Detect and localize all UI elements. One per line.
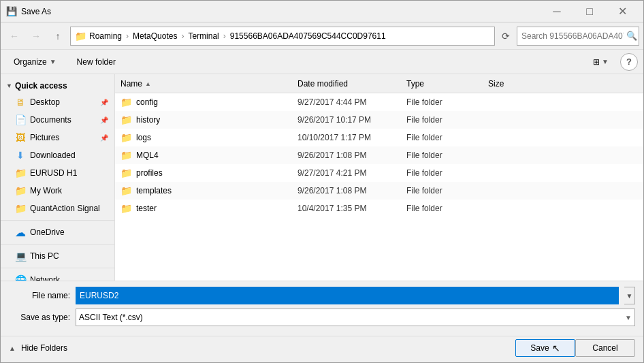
table-row[interactable]: 📁 templates 9/26/2017 1:08 PM File folde… — [115, 182, 643, 200]
column-type[interactable]: Type — [401, 79, 483, 89]
filename-input[interactable] — [76, 287, 619, 304]
forward-button[interactable]: → — [27, 27, 46, 46]
sidebar-item-thispc[interactable]: 💻 This PC — [1, 247, 114, 265]
thispc-icon: 💻 — [15, 251, 26, 262]
address-toolbar: ← → ↑ 📁 Roaming › MetaQuotes › Terminal … — [1, 22, 643, 50]
folder-icon: 📁 — [120, 185, 132, 196]
network-icon: 🌐 — [15, 274, 26, 281]
sidebar-item-downloaded[interactable]: ⬇ Downloaded — [1, 146, 114, 164]
save-as-dialog: 💾 Save As ─ □ ✕ ← → ↑ 📁 Roaming › MetaQu… — [0, 0, 644, 363]
pictures-icon: 🖼 — [15, 132, 26, 143]
pin-icon: 📌 — [100, 99, 108, 106]
pin-icon-docs: 📌 — [100, 116, 108, 124]
sort-arrow-icon: ▲ — [145, 80, 151, 87]
address-bar[interactable]: 📁 Roaming › MetaQuotes › Terminal › 9155… — [70, 27, 495, 46]
filename-row: File name: ▼ — [9, 287, 635, 304]
file-name-cell: 📁 MQL4 — [115, 150, 292, 161]
quantaction-folder-icon: 📁 — [15, 203, 26, 214]
sidebar-divider-3 — [1, 268, 114, 268]
sidebar-divider-2 — [1, 244, 114, 244]
cancel-button[interactable]: Cancel — [575, 339, 635, 357]
saveastype-arrow-icon: ▼ — [625, 314, 632, 321]
organize-chevron-icon: ▼ — [50, 58, 57, 65]
breadcrumb-roaming[interactable]: Roaming — [89, 31, 122, 41]
hide-folders-chevron-icon: ▲ — [9, 345, 16, 352]
filename-dropdown-icon: ▼ — [626, 292, 633, 300]
saveastype-value: ASCII Text (*.csv) — [79, 313, 143, 322]
save-cursor-icon: ↖ — [552, 343, 560, 353]
breadcrumb-terminal[interactable]: Terminal — [188, 31, 219, 41]
file-area: Name ▲ Date modified Type Size 📁 — [115, 74, 643, 281]
maximize-button[interactable]: □ — [574, 1, 605, 22]
download-icon: ⬇ — [15, 150, 26, 161]
new-folder-label: New folder — [77, 57, 116, 67]
eurusd-folder-icon: 📁 — [15, 168, 26, 178]
sidebar-divider-1 — [1, 220, 114, 221]
sidebar-item-onedrive[interactable]: ☁ OneDrive — [1, 223, 114, 241]
view-grid-icon: ⊞ — [593, 57, 600, 67]
collapse-icon: ▼ — [6, 82, 12, 89]
cancel-label: Cancel — [592, 343, 617, 353]
table-row[interactable]: 📁 config 9/27/2017 4:44 PM File folder — [115, 93, 643, 111]
column-name[interactable]: Name ▲ — [115, 79, 292, 89]
up-button[interactable]: ↑ — [48, 27, 67, 46]
new-folder-button[interactable]: New folder — [69, 54, 123, 69]
hide-folders-button[interactable]: ▲ Hide Folders — [9, 343, 67, 353]
minimize-button[interactable]: ─ — [541, 1, 573, 22]
sidebar: ▼ Quick access 🖥 Desktop 📌 📄 Documents 📌… — [1, 74, 115, 281]
organize-label: Organize — [14, 57, 47, 67]
main-content: ▼ Quick access 🖥 Desktop 📌 📄 Documents 📌… — [1, 74, 643, 281]
filename-area: File name: ▼ Save as type: ASCII Text (*… — [1, 281, 643, 336]
sidebar-item-network[interactable]: 🌐 Network — [1, 271, 114, 281]
table-row[interactable]: 📁 MQL4 9/26/2017 1:08 PM File folder — [115, 146, 643, 164]
file-name-cell: 📁 tester — [115, 203, 292, 214]
sidebar-item-quantaction[interactable]: 📁 QuantAction Signal — [1, 200, 114, 217]
saveastype-select[interactable]: ASCII Text (*.csv) ▼ — [76, 309, 635, 326]
table-row[interactable]: 📁 tester 10/4/2017 1:35 PM File folder — [115, 200, 643, 217]
sidebar-item-documents[interactable]: 📄 Documents 📌 — [1, 111, 114, 129]
folder-icon: 📁 — [120, 150, 132, 161]
hide-folders-label: Hide Folders — [21, 343, 67, 353]
column-modified[interactable]: Date modified — [292, 79, 401, 89]
view-button[interactable]: ⊞ ▼ — [587, 54, 615, 69]
save-label: Save — [530, 343, 549, 353]
file-name-cell: 📁 config — [115, 97, 292, 108]
sidebar-item-mywork[interactable]: 📁 My Work — [1, 182, 114, 200]
breadcrumb-id[interactable]: 915566BA06ADA407569C544CC0D97611 — [230, 31, 386, 41]
onedrive-icon: ☁ — [15, 227, 26, 238]
documents-icon: 📄 — [15, 114, 26, 125]
view-chevron-icon: ▼ — [602, 58, 609, 65]
column-size[interactable]: Size — [483, 79, 537, 89]
sidebar-item-pictures[interactable]: 🖼 Pictures 📌 — [1, 129, 114, 146]
file-list: 📁 config 9/27/2017 4:44 PM File folder 📁… — [115, 93, 643, 281]
window-icon: 💾 — [6, 6, 17, 17]
saveastype-label: Save as type: — [9, 313, 70, 322]
filename-dropdown[interactable]: ▼ — [624, 287, 635, 304]
search-icon: 🔍 — [626, 31, 637, 41]
close-button[interactable]: ✕ — [607, 1, 638, 22]
refresh-button[interactable]: ⟳ — [498, 28, 514, 44]
search-input[interactable] — [521, 31, 624, 41]
sidebar-item-eurusd[interactable]: 📁 EURUSD H1 — [1, 164, 114, 182]
quick-access-header[interactable]: ▼ Quick access — [1, 77, 114, 93]
table-row[interactable]: 📁 profiles 9/27/2017 4:21 PM File folder — [115, 164, 643, 182]
sidebar-item-desktop[interactable]: 🖥 Desktop 📌 — [1, 93, 114, 111]
command-toolbar: Organize ▼ New folder ⊞ ▼ ? — [1, 50, 643, 74]
title-bar-controls: ─ □ ✕ — [541, 1, 638, 22]
help-button[interactable]: ? — [620, 53, 638, 71]
save-button[interactable]: Save ↖ — [515, 339, 575, 357]
table-row[interactable]: 📁 history 9/26/2017 10:17 PM File folder — [115, 111, 643, 129]
folder-icon: 📁 — [120, 114, 132, 125]
title-bar: 💾 Save As ─ □ ✕ — [1, 1, 643, 22]
file-name-cell: 📁 history — [115, 114, 292, 125]
pin-icon-pics: 📌 — [100, 134, 108, 142]
table-row[interactable]: 📁 logs 10/10/2017 1:17 PM File folder — [115, 129, 643, 146]
search-bar[interactable]: 🔍 — [517, 27, 639, 46]
organize-button[interactable]: Organize ▼ — [6, 54, 64, 69]
filename-label: File name: — [9, 291, 70, 300]
file-name-cell: 📁 profiles — [115, 168, 292, 178]
desktop-icon: 🖥 — [15, 97, 26, 108]
back-button[interactable]: ← — [5, 27, 24, 46]
file-name-cell: 📁 templates — [115, 185, 292, 196]
breadcrumb-metaquotes[interactable]: MetaQuotes — [133, 31, 177, 41]
